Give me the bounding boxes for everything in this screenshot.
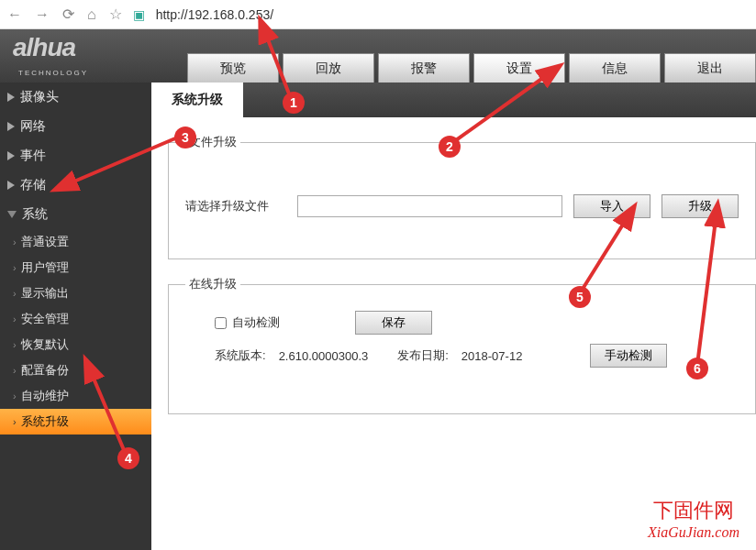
sidebar-cat-label: 网络 [20, 118, 46, 135]
chevron-icon: › [13, 288, 17, 299]
sidebar-sub-label: 恢复默认 [21, 336, 69, 353]
url-text[interactable]: http://192.168.0.253/ [156, 7, 273, 22]
sidebar-sub-default[interactable]: ›恢复默认 [0, 332, 151, 358]
chevron-icon: › [13, 262, 17, 273]
sidebar-sub-label: 显示输出 [21, 285, 69, 302]
logo-sub: TECHNOLOGY [18, 69, 88, 77]
upgrade-button[interactable]: 升级 [662, 194, 739, 218]
main-tabs: 预览 回放 报警 设置 信息 退出 [187, 53, 756, 82]
section-body: 文件升级 请选择升级文件 导入 升级 在线升级 自动检测 保存 [151, 117, 756, 431]
chevron-icon: › [13, 365, 17, 376]
sidebar-sub-user[interactable]: ›用户管理 [0, 255, 151, 280]
annotation-1: 1 [283, 92, 305, 114]
sidebar-sub-label: 自动维护 [21, 388, 69, 404]
annotation-2: 2 [439, 136, 461, 158]
sidebar-sub-maintain[interactable]: ›自动维护 [0, 383, 151, 409]
section-title: 系统升级 [151, 82, 243, 117]
date-label: 发布日期: [397, 347, 449, 364]
chevron-icon: › [13, 314, 17, 324]
sidebar-sub-backup[interactable]: ›配置备份 [0, 358, 151, 383]
tab-preview[interactable]: 预览 [187, 53, 279, 82]
sidebar-cat-event[interactable]: 事件 [0, 141, 151, 170]
import-button[interactable]: 导入 [573, 194, 650, 218]
save-button[interactable]: 保存 [355, 311, 432, 335]
auto-check-checkbox[interactable] [215, 317, 227, 329]
shield-icon: ▣ [133, 7, 145, 22]
star-icon[interactable]: ☆ [109, 6, 122, 23]
sidebar-sub-label: 安全管理 [21, 311, 69, 327]
tab-playback[interactable]: 回放 [283, 53, 374, 82]
file-select-label: 请选择升级文件 [185, 198, 286, 214]
back-icon[interactable]: ← [7, 6, 22, 23]
manual-check-button[interactable]: 手动检测 [590, 344, 667, 368]
triangle-icon [7, 151, 15, 160]
sidebar-cat-label: 摄像头 [20, 89, 59, 105]
main-area: 摄像头 网络 事件 存储 系统 ›普通设置 ›用户管理 ›显示输出 ›安全管理 … [0, 82, 756, 550]
watermark-url: XiaGuJian.com [648, 524, 739, 541]
section-header: 系统升级 [151, 82, 756, 117]
logo-brand: alhua [13, 33, 75, 61]
triangle-icon [7, 93, 15, 102]
sidebar-sub-label: 用户管理 [21, 259, 69, 276]
auto-check-label: 自动检测 [232, 314, 280, 331]
triangle-icon [7, 181, 15, 190]
tab-info[interactable]: 信息 [569, 53, 661, 82]
annotation-3: 3 [174, 126, 196, 148]
sidebar-sub-label: 配置备份 [21, 362, 69, 379]
sidebar-cat-storage[interactable]: 存储 [0, 170, 151, 200]
fieldset-file-upgrade: 文件升级 请选择升级文件 导入 升级 [168, 134, 756, 259]
watermark: 下固件网 XiaGuJian.com [648, 497, 739, 541]
version-label: 系统版本: [215, 347, 266, 364]
tab-alarm[interactable]: 报警 [378, 53, 470, 82]
tab-logout[interactable]: 退出 [664, 53, 756, 82]
version-value: 2.610.0000300.3 [279, 349, 369, 363]
annotation-6: 6 [686, 358, 708, 380]
sidebar-cat-system[interactable]: 系统 [0, 200, 151, 229]
browser-nav-icons: ← → ⟳ ⌂ ☆ [7, 6, 122, 23]
sidebar-cat-label: 系统 [22, 206, 48, 223]
sidebar-sub-general[interactable]: ›普通设置 [0, 229, 151, 255]
app-header: alhua TECHNOLOGY 预览 回放 报警 设置 信息 退出 [0, 29, 756, 82]
forward-icon[interactable]: → [35, 6, 50, 23]
watermark-cn: 下固件网 [648, 497, 739, 524]
auto-check-row: 自动检测 保存 [215, 311, 739, 335]
sidebar-sub-display[interactable]: ›显示输出 [0, 280, 151, 306]
sidebar-sub-label: 普通设置 [21, 234, 69, 250]
annotation-4: 4 [117, 447, 139, 469]
version-row: 系统版本: 2.610.0000300.3 发布日期: 2018-07-12 手… [215, 344, 739, 368]
sidebar-cat-label: 事件 [20, 148, 46, 164]
chevron-icon: › [13, 339, 17, 350]
tab-settings[interactable]: 设置 [473, 53, 565, 82]
sidebar-sub-label: 系统升级 [21, 413, 69, 430]
sidebar-cat-camera[interactable]: 摄像头 [0, 82, 151, 112]
home-icon[interactable]: ⌂ [87, 6, 96, 23]
file-path-input[interactable] [297, 195, 562, 217]
sidebar-cat-network[interactable]: 网络 [0, 112, 151, 141]
sidebar: 摄像头 网络 事件 存储 系统 ›普通设置 ›用户管理 ›显示输出 ›安全管理 … [0, 82, 151, 550]
date-value: 2018-07-12 [461, 349, 523, 363]
triangle-icon [7, 122, 15, 131]
sidebar-sub-upgrade[interactable]: ›系统升级 [0, 409, 151, 434]
logo: alhua TECHNOLOGY [13, 33, 88, 79]
file-select-row: 请选择升级文件 导入 升级 [185, 194, 739, 218]
sidebar-cat-label: 存储 [20, 177, 46, 193]
reload-icon[interactable]: ⟳ [62, 6, 74, 23]
annotation-5: 5 [569, 286, 591, 308]
fieldset-online-upgrade: 在线升级 自动检测 保存 系统版本: 2.610.0000300.3 发布日期:… [168, 276, 756, 414]
legend-online: 在线升级 [185, 276, 240, 292]
chevron-icon: › [13, 236, 17, 248]
browser-toolbar: ← → ⟳ ⌂ ☆ ▣ http://192.168.0.253/ [0, 0, 756, 29]
sidebar-sub-security[interactable]: ›安全管理 [0, 306, 151, 332]
chevron-icon: › [13, 390, 17, 402]
triangle-down-icon [7, 211, 17, 218]
chevron-icon: › [13, 416, 17, 427]
